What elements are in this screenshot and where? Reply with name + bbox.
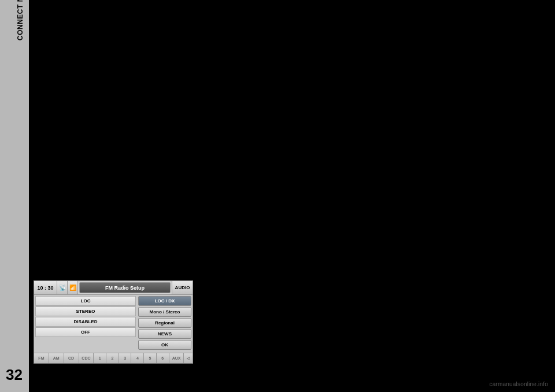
setting-value: OFF	[35, 327, 136, 337]
mono-stereo-button[interactable]: Mono / Stereo	[138, 307, 191, 317]
satellite-icon: 📡	[57, 281, 68, 294]
ok-button[interactable]: OK	[138, 340, 191, 350]
button-column: LOC / DX Mono / Stereo Regional NEWS OK	[136, 296, 191, 352]
panel-footer: FM AM CD CDC 1 2 3 4 5 6 AUX ◁	[34, 353, 193, 363]
watermark-text: carmanualsonline.info	[490, 381, 548, 387]
audio-button[interactable]: AUDIO	[172, 281, 193, 294]
preset-1-button[interactable]: 1	[94, 353, 106, 363]
setting-value: STEREO	[35, 306, 136, 316]
fm-button[interactable]: FM	[34, 353, 49, 363]
cdc-button[interactable]: CDC	[79, 353, 94, 363]
preset-4-button[interactable]: 4	[131, 353, 144, 363]
value-column: LOC STEREO DISABLED OFF	[35, 296, 136, 352]
panel-header: 10 : 30 📡 📶 FM Radio Setup AUDIO	[34, 281, 193, 295]
page-number: 32	[6, 366, 23, 384]
am-button[interactable]: AM	[49, 353, 64, 363]
preset-3-button[interactable]: 3	[119, 353, 132, 363]
signal-icon: 📶	[68, 281, 78, 294]
left-sidebar: CONNECT Nav+ 32	[0, 0, 29, 392]
news-button[interactable]: NEWS	[138, 329, 191, 339]
clock-display: 10 : 30	[34, 281, 57, 294]
fm-radio-setup-panel: 10 : 30 📡 📶 FM Radio Setup AUDIO LOC STE…	[34, 280, 193, 364]
loc-dx-button[interactable]: LOC / DX	[138, 296, 191, 306]
regional-button[interactable]: Regional	[138, 318, 191, 328]
vertical-section-label: CONNECT Nav+	[16, 0, 24, 40]
cd-button[interactable]: CD	[64, 353, 79, 363]
setting-value: LOC	[35, 296, 136, 306]
setting-value: DISABLED	[35, 317, 136, 327]
panel-body: LOC STEREO DISABLED OFF LOC / DX Mono / …	[34, 295, 193, 353]
aux-button[interactable]: AUX	[169, 353, 184, 363]
preset-6-button[interactable]: 6	[157, 353, 169, 363]
preset-2-button[interactable]: 2	[106, 353, 119, 363]
back-icon[interactable]: ◁	[184, 353, 193, 363]
panel-title: FM Radio Setup	[79, 282, 171, 293]
preset-5-button[interactable]: 5	[144, 353, 157, 363]
